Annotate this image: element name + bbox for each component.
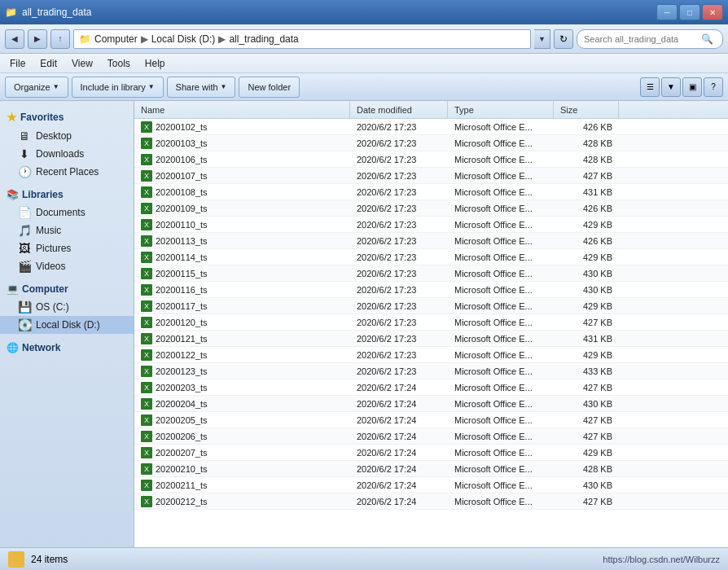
file-size: 430 KB [554, 480, 619, 490]
include-in-library-button[interactable]: Include in library ▼ [72, 77, 164, 98]
sidebar-item-desktop[interactable]: 🖥 Desktop [0, 127, 134, 145]
file-type: Microsoft Office E... [448, 252, 554, 262]
table-row[interactable]: X 20200207_ts 2020/6/2 17:24 Microsoft O… [134, 445, 728, 461]
breadcrumb-disk[interactable]: Local Disk (D:) [151, 33, 216, 45]
file-name: X 20200107_ts [134, 170, 350, 182]
table-row[interactable]: X 20200115_ts 2020/6/2 17:23 Microsoft O… [134, 265, 728, 282]
table-row[interactable]: X 20200108_ts 2020/6/2 17:23 Microsoft O… [134, 184, 728, 200]
maximize-button[interactable]: □ [679, 4, 700, 20]
menu-edit[interactable]: Edit [33, 56, 64, 71]
file-date: 2020/6/2 17:24 [350, 383, 448, 392]
close-button[interactable]: ✕ [702, 4, 723, 20]
table-row[interactable]: X 20200120_ts 2020/6/2 17:23 Microsoft O… [134, 314, 728, 331]
refresh-button[interactable]: ↻ [554, 29, 573, 49]
sidebar-item-locald[interactable]: 💽 Local Disk (D:) [0, 316, 134, 334]
table-row[interactable]: X 20200109_ts 2020/6/2 17:23 Microsoft O… [134, 200, 728, 217]
menu-tools[interactable]: Tools [101, 56, 137, 71]
sidebar-item-documents[interactable]: 📄 Documents [0, 204, 134, 221]
minimize-button[interactable]: ─ [656, 4, 678, 20]
col-header-name[interactable]: Name [134, 101, 350, 118]
sidebar-favorites-header[interactable]: ★ Favorites [0, 107, 134, 127]
sidebar-item-downloads[interactable]: ⬇ Downloads [0, 145, 134, 163]
sidebar-item-videos[interactable]: 🎬 Videos [0, 257, 134, 275]
up-button[interactable]: ↑ [50, 29, 70, 49]
sidebar-recent-label: Recent Places [36, 166, 99, 178]
table-row[interactable]: X 20200212_ts 2020/6/2 17:24 Microsoft O… [134, 493, 728, 510]
view-help-button[interactable]: ? [704, 77, 723, 97]
excel-icon: X [141, 252, 152, 263]
excel-icon: X [141, 496, 152, 507]
breadcrumb-computer[interactable]: Computer [94, 33, 138, 45]
file-type: Microsoft Office E... [448, 480, 554, 490]
share-with-button[interactable]: Share with ▼ [167, 77, 236, 98]
title-bar-controls: ─ □ ✕ [656, 4, 723, 20]
table-row[interactable]: X 20200204_ts 2020/6/2 17:24 Microsoft O… [134, 396, 728, 412]
view-details-button[interactable]: ☰ [640, 77, 660, 97]
music-icon: 🎵 [18, 224, 31, 237]
file-size: 433 KB [554, 366, 619, 376]
table-row[interactable]: X 20200116_ts 2020/6/2 17:23 Microsoft O… [134, 282, 728, 298]
table-row[interactable]: X 20200210_ts 2020/6/2 17:24 Microsoft O… [134, 461, 728, 477]
table-row[interactable]: X 20200110_ts 2020/6/2 17:23 Microsoft O… [134, 217, 728, 233]
file-name: X 20200123_ts [134, 366, 350, 377]
sidebar-item-music[interactable]: 🎵 Music [0, 221, 134, 239]
table-row[interactable]: X 20200114_ts 2020/6/2 17:23 Microsoft O… [134, 249, 728, 265]
excel-icon: X [141, 186, 152, 198]
table-row[interactable]: X 20200117_ts 2020/6/2 17:23 Microsoft O… [134, 298, 728, 314]
sidebar-item-recent[interactable]: 🕐 Recent Places [0, 163, 134, 181]
breadcrumb[interactable]: 📁 Computer ▶ Local Disk (D:) ▶ all_tradi… [73, 29, 531, 49]
sidebar-item-osc[interactable]: 💾 OS (C:) [0, 298, 134, 316]
organize-button[interactable]: Organize ▼ [5, 77, 68, 98]
file-type: Microsoft Office E... [448, 399, 554, 409]
col-header-date[interactable]: Date modified [350, 101, 448, 118]
back-button[interactable]: ◀ [5, 29, 24, 49]
excel-icon: X [141, 219, 152, 230]
forward-button[interactable]: ▶ [28, 29, 47, 49]
file-name-text: 20200205_ts [156, 415, 208, 425]
table-row[interactable]: X 20200113_ts 2020/6/2 17:23 Microsoft O… [134, 233, 728, 249]
sidebar-libraries-header[interactable]: 📚 Libraries [0, 186, 134, 204]
search-input[interactable] [584, 34, 698, 44]
view-dropdown-button[interactable]: ▼ [661, 77, 681, 97]
table-row[interactable]: X 20200103_ts 2020/6/2 17:23 Microsoft O… [134, 135, 728, 151]
table-row[interactable]: X 20200205_ts 2020/6/2 17:24 Microsoft O… [134, 412, 728, 428]
file-name: X 20200103_ts [134, 138, 350, 149]
menu-file[interactable]: File [3, 56, 32, 71]
sidebar-computer-header[interactable]: 💻 Computer [0, 280, 134, 298]
table-row[interactable]: X 20200206_ts 2020/6/2 17:24 Microsoft O… [134, 428, 728, 445]
col-header-size[interactable]: Size [554, 101, 619, 118]
table-row[interactable]: X 20200203_ts 2020/6/2 17:24 Microsoft O… [134, 379, 728, 396]
file-name-text: 20200110_ts [156, 220, 208, 230]
excel-icon: X [141, 170, 152, 182]
table-row[interactable]: X 20200122_ts 2020/6/2 17:23 Microsoft O… [134, 347, 728, 363]
file-date: 2020/6/2 17:24 [350, 432, 448, 441]
file-size: 430 KB [554, 285, 619, 295]
status-bar: 24 items https://blog.csdn.net/Wilburzz [0, 547, 728, 570]
menu-view[interactable]: View [65, 56, 99, 71]
col-header-type[interactable]: Type [448, 101, 554, 118]
table-row[interactable]: X 20200102_ts 2020/6/2 17:23 Microsoft O… [134, 119, 728, 135]
view-pane-button[interactable]: ▣ [682, 77, 702, 97]
file-list: X 20200102_ts 2020/6/2 17:23 Microsoft O… [134, 119, 728, 547]
file-type: Microsoft Office E... [448, 301, 554, 311]
sidebar-item-pictures[interactable]: 🖼 Pictures [0, 239, 134, 257]
table-row[interactable]: X 20200121_ts 2020/6/2 17:23 Microsoft O… [134, 331, 728, 347]
sidebar-downloads-label: Downloads [36, 148, 84, 160]
table-row[interactable]: X 20200106_ts 2020/6/2 17:23 Microsoft O… [134, 151, 728, 168]
sidebar-network-header[interactable]: 🌐 Network [0, 339, 134, 357]
menu-help[interactable]: Help [138, 56, 172, 71]
file-type: Microsoft Office E... [448, 432, 554, 441]
file-name-text: 20200122_ts [156, 350, 208, 360]
new-folder-button[interactable]: New folder [239, 77, 300, 98]
table-row[interactable]: X 20200211_ts 2020/6/2 17:24 Microsoft O… [134, 477, 728, 493]
table-row[interactable]: X 20200107_ts 2020/6/2 17:23 Microsoft O… [134, 168, 728, 184]
file-name-text: 20200117_ts [156, 301, 208, 311]
file-size: 427 KB [554, 171, 619, 181]
table-row[interactable]: X 20200123_ts 2020/6/2 17:23 Microsoft O… [134, 363, 728, 379]
breadcrumb-folder[interactable]: all_trading_data [229, 33, 298, 45]
status-website-link[interactable]: https://blog.csdn.net/Wilburzz [603, 555, 720, 564]
sidebar-music-label: Music [36, 225, 61, 236]
sidebar-docs-label: Documents [36, 207, 86, 218]
file-size: 429 KB [554, 301, 619, 311]
address-dropdown[interactable]: ▼ [534, 29, 550, 49]
